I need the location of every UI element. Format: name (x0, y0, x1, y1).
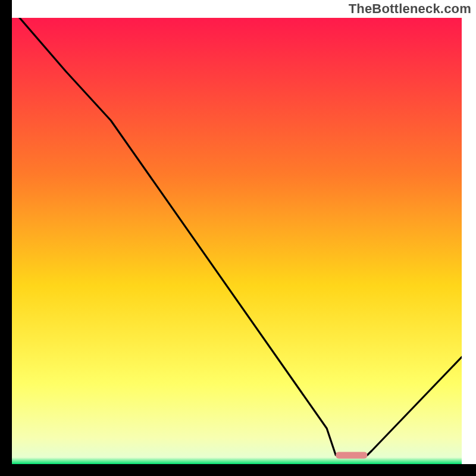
watermark-text: TheBottleneck.com (349, 1, 471, 17)
chart-svg (0, 0, 476, 476)
y-axis (0, 0, 12, 476)
x-axis (0, 464, 476, 476)
chart-container: TheBottleneck.com (0, 0, 476, 476)
optimal-range-marker (336, 452, 367, 458)
